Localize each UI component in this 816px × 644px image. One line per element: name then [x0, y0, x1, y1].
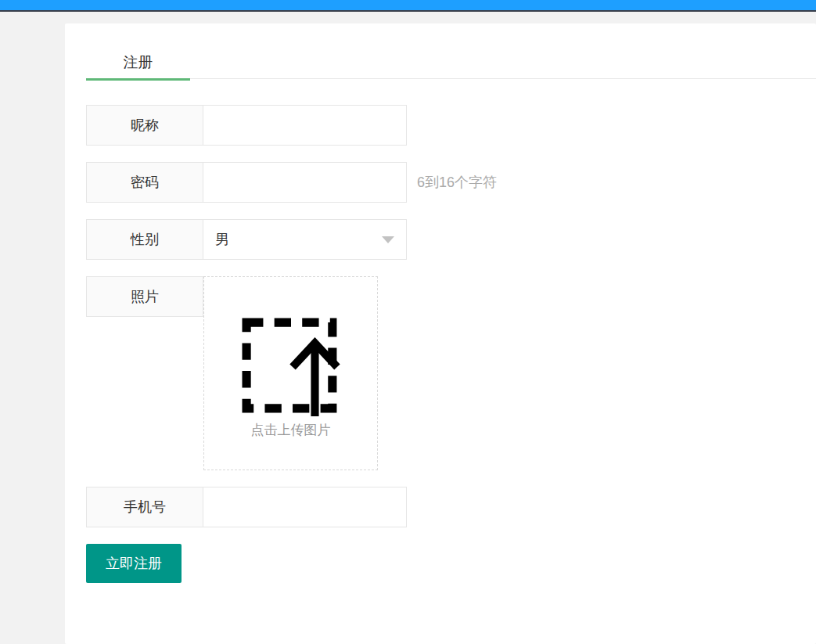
form-row-phone: 手机号 — [86, 487, 816, 527]
password-hint: 6到16个字符 — [417, 162, 497, 203]
password-label: 密码 — [86, 162, 203, 203]
gender-select[interactable]: 男 — [203, 220, 406, 259]
nickname-input[interactable] — [203, 106, 406, 145]
register-card: 注册 昵称 密码 6到16个字符 性别 男 — [65, 23, 816, 644]
form-row-nickname: 昵称 — [86, 105, 816, 146]
gender-selected-value: 男 — [215, 230, 229, 249]
chevron-down-icon — [382, 236, 394, 243]
nickname-label: 昵称 — [86, 105, 203, 146]
form-row-password: 密码 6到16个字符 — [86, 162, 816, 203]
gender-select-wrap: 男 — [203, 219, 407, 260]
phone-input[interactable] — [203, 487, 406, 527]
password-input-wrap — [203, 162, 407, 203]
register-form: 昵称 密码 6到16个字符 性别 男 照片 — [86, 105, 816, 583]
phone-input-wrap — [203, 487, 407, 527]
gender-label: 性别 — [86, 219, 203, 260]
tab-active-underline — [86, 78, 190, 81]
tab-bar: 注册 — [86, 48, 816, 79]
top-nav-bar — [0, 0, 816, 12]
photo-upload-dropzone[interactable]: 点击上传图片 — [203, 276, 378, 470]
nickname-input-wrap — [203, 105, 407, 146]
photo-label: 照片 — [86, 276, 203, 317]
form-row-photo: 照片 点击上传图片 — [86, 276, 816, 470]
register-submit-button[interactable]: 立即注册 — [86, 544, 182, 583]
tab-register[interactable]: 注册 — [86, 48, 190, 79]
form-row-gender: 性别 男 — [86, 219, 816, 260]
phone-label: 手机号 — [86, 487, 203, 527]
upload-icon — [242, 318, 340, 416]
password-input[interactable] — [203, 163, 406, 202]
upload-hint-text: 点击上传图片 — [251, 421, 331, 439]
tab-register-label: 注册 — [124, 54, 153, 70]
